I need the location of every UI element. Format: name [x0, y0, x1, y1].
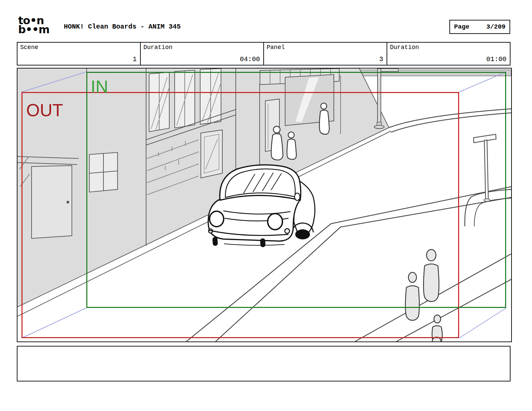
storyboard-drawing — [17, 68, 511, 341]
page-label: Page — [454, 23, 470, 31]
crossing-pedestrians — [405, 249, 442, 341]
buildings-left — [17, 68, 391, 316]
page-value: 3/209 — [486, 23, 505, 31]
storyboard-panel: IN OUT — [17, 68, 512, 342]
camera-in-label: IN — [91, 78, 108, 95]
scene-cell: Scene 1 — [17, 43, 141, 65]
shot-info-row: Scene 1 Duration 04:00 Panel 3 Duration … — [17, 42, 511, 65]
toonboom-logo: to•n b••m — [18, 16, 49, 34]
page-indicator: Page 3/209 — [449, 20, 510, 34]
panel-duration-cell: Duration 01:00 — [387, 43, 510, 65]
logo-line-2: b••m — [18, 25, 49, 34]
panel-duration-value: 01:00 — [486, 55, 506, 63]
camera-out-label: OUT — [26, 101, 63, 119]
project-title: HONK! Clean Boards - ANIM 345 — [64, 23, 181, 31]
scene-value: 1 — [133, 55, 137, 63]
panel-value: 3 — [379, 55, 383, 63]
scene-duration-cell: Duration 04:00 — [141, 43, 264, 65]
storyboard-page: to•n b••m HONK! Clean Boards - ANIM 345 … — [0, 0, 532, 411]
panel-cell: Panel 3 — [264, 43, 387, 65]
caption-box — [17, 346, 511, 381]
scene-duration-value: 04:00 — [240, 55, 260, 63]
panel-duration-label: Duration — [390, 44, 506, 51]
panel-label: Panel — [267, 44, 383, 51]
street-pole — [374, 68, 398, 129]
scene-duration-label: Duration — [143, 44, 260, 51]
distant-rooftop — [337, 70, 511, 76]
scene-label: Scene — [20, 44, 137, 51]
